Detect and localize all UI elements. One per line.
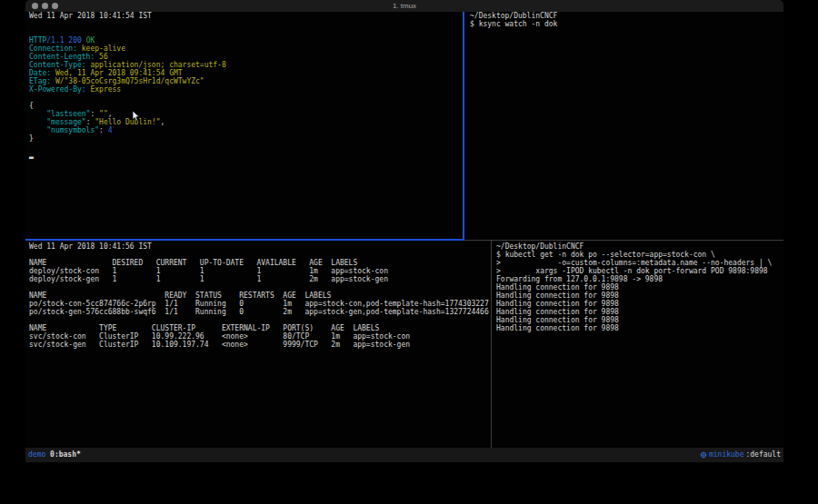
kube-context-name: minikube bbox=[709, 448, 744, 462]
pane-http-response[interactable]: Wed 11 Apr 2018 10:41:54 ISTHTTP/1.1 200… bbox=[29, 12, 462, 159]
pane-divider-vertical-top[interactable] bbox=[463, 12, 464, 239]
window-tab-bash[interactable]: 0:bash* bbox=[50, 450, 81, 459]
pane-kubectl-get[interactable]: Wed 11 Apr 2018 10:41:56 ISTNAME DESIRED… bbox=[29, 242, 491, 349]
session-name: demo bbox=[28, 450, 45, 459]
window-titlebar: 1. tmux bbox=[25, 0, 783, 12]
pane-port-forward[interactable]: ~/Desktop/DublinCNCF$ kubectl get -n dok… bbox=[496, 242, 782, 332]
status-right: minikube:default bbox=[700, 448, 781, 462]
status-left: demo 0:bash* bbox=[28, 448, 81, 462]
window-title: 1. tmux bbox=[25, 0, 783, 12]
pane-ksync-watch[interactable]: ~/Desktop/DublinCNCF$ ksync watch -n dok bbox=[470, 12, 779, 28]
pane-divider-horizontal-active[interactable] bbox=[25, 239, 464, 241]
kube-namespace: :default bbox=[745, 448, 781, 462]
pane-divider-vertical-bottom[interactable] bbox=[491, 241, 492, 448]
tmux-terminal-window: 1. tmux Wed 11 Apr 2018 10:41:54 ISTHTTP… bbox=[25, 0, 783, 463]
kubernetes-helm-icon bbox=[700, 451, 707, 459]
tmux-status-bar: demo 0:bash* minikube:default bbox=[25, 448, 783, 462]
mouse-cursor-icon bbox=[132, 111, 140, 122]
pane-divider-horizontal-inactive[interactable] bbox=[464, 240, 783, 241]
